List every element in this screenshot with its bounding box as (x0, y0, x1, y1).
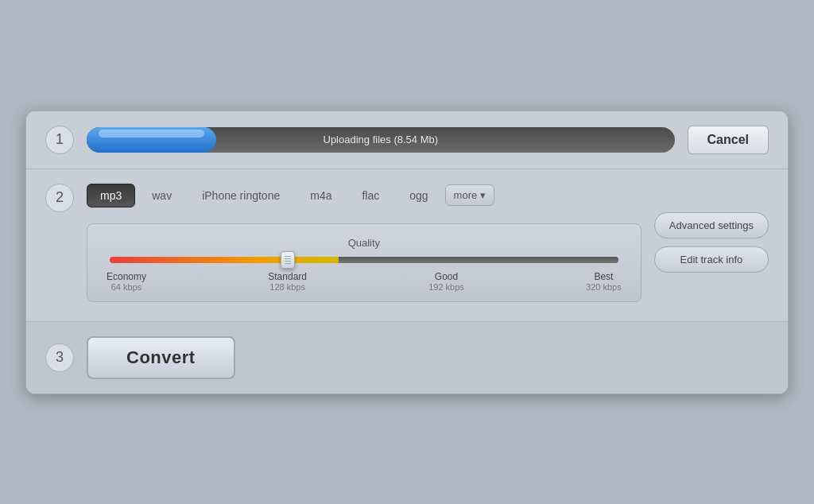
cancel-button[interactable]: Cancel (688, 126, 769, 154)
advanced-settings-button[interactable]: Advanced settings (654, 212, 769, 238)
marker-standard-sub: 128 kbps (268, 282, 307, 292)
section-2-format: 2 mp3 wav iPhone ringtone m4a flac ogg m… (26, 169, 788, 322)
marker-good-sub: 192 kbps (428, 282, 464, 292)
format-tabs: mp3 wav iPhone ringtone m4a flac ogg mor… (87, 184, 642, 207)
tab-mp3[interactable]: mp3 (87, 184, 135, 207)
format-content: mp3 wav iPhone ringtone m4a flac ogg mor… (87, 184, 642, 302)
quality-box: Quality Economy 64 kbps Stan (87, 223, 642, 302)
quality-track (110, 257, 618, 263)
marker-good-label: Good (428, 271, 464, 282)
marker-best-sub: 320 kbps (586, 282, 622, 292)
quality-markers: Economy 64 kbps Standard 128 kbps Good 1… (107, 271, 622, 292)
tab-m4a[interactable]: m4a (297, 184, 345, 207)
chevron-down-icon: ▾ (480, 189, 486, 201)
marker-standard-label: Standard (268, 271, 307, 282)
quality-label: Quality (103, 237, 625, 249)
step-1-circle: 1 (45, 126, 74, 154)
quality-slider-thumb[interactable] (281, 251, 295, 269)
step-2-circle: 2 (45, 184, 74, 212)
tab-ogg[interactable]: ogg (396, 184, 441, 207)
marker-standard: Standard 128 kbps (268, 271, 307, 292)
section-1-upload: 1 Uploading files (8.54 Mb) Cancel (26, 111, 788, 169)
step-3-circle: 3 (45, 343, 74, 372)
section-2-inner: 2 mp3 wav iPhone ringtone m4a flac ogg m… (45, 184, 769, 302)
quality-track-dark (339, 257, 618, 263)
tab-wav[interactable]: wav (138, 184, 185, 207)
marker-economy-label: Economy (107, 271, 146, 282)
marker-best: Best 320 kbps (586, 271, 622, 292)
convert-button[interactable]: Convert (87, 336, 235, 379)
section-2-buttons: Advanced settings Edit track info (654, 184, 769, 273)
more-label: more (454, 189, 478, 201)
section-3-convert: 3 Convert (26, 322, 788, 394)
quality-slider-row (103, 257, 625, 263)
edit-track-info-button[interactable]: Edit track info (654, 246, 769, 273)
upload-bar-wrapper: Uploading files (8.54 Mb) (87, 127, 675, 153)
marker-economy-sub: 64 kbps (107, 282, 146, 292)
tab-iphone-ringtone[interactable]: iPhone ringtone (188, 184, 293, 207)
marker-economy: Economy 64 kbps (107, 271, 146, 292)
upload-progress-bar: Uploading files (8.54 Mb) (87, 127, 675, 153)
tab-more[interactable]: more ▾ (445, 184, 495, 206)
marker-best-label: Best (586, 271, 622, 282)
tab-flac[interactable]: flac (348, 184, 393, 207)
upload-status-text: Uploading files (8.54 Mb) (87, 134, 675, 145)
marker-good: Good 192 kbps (428, 271, 464, 292)
app-container: 1 Uploading files (8.54 Mb) Cancel 2 mp3… (25, 110, 789, 394)
